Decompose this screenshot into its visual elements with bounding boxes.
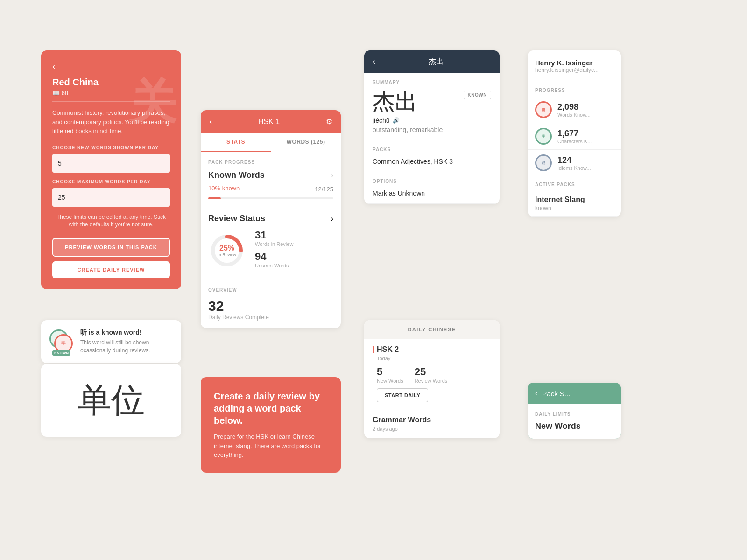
idioms-known-stat: 成 124 Idioms Know...: [528, 150, 621, 176]
detail-char: 杰出: [373, 91, 417, 113]
hsk-body: PACK PROGRESS Known Words › 10% known 12…: [201, 152, 341, 280]
overview-section: OVERVIEW 32 Daily Reviews Complete: [201, 280, 341, 328]
words-known-stat: 漢 2,098 Words Know...: [528, 97, 621, 123]
pack-description: Communist history, revolutionary phrases…: [52, 101, 170, 136]
chars-known-block: 1,677 Characters K...: [557, 129, 592, 144]
active-packs-label: ACTIVE PACKS: [528, 176, 621, 191]
daily-title: DAILY CHINESE: [371, 327, 493, 332]
daily-limits-label: DAILY LIMITS: [535, 412, 613, 417]
tab-stats[interactable]: STATS: [201, 133, 271, 152]
grammar-title: Grammar Words: [373, 416, 491, 424]
review-words-block: 25 Review Words: [415, 366, 448, 384]
pack-count: 📖 68: [52, 90, 170, 97]
review-pct: 25%: [218, 244, 236, 252]
words-in-review-stat: 31 Words in Review: [255, 229, 293, 247]
pack-progress-label: PACK PROGRESS: [208, 160, 333, 165]
start-daily-button[interactable]: START DAILY: [377, 388, 428, 402]
mark-unknown-option[interactable]: Mark as Unknown: [373, 189, 491, 197]
internet-slang-pack[interactable]: Internet Slang known: [528, 191, 621, 217]
detail-options-section: OPTIONS Mark as Unknown: [364, 172, 500, 204]
pack-title: Red China: [52, 77, 170, 88]
panel-known-word: 漢 字 KNOWN 听 is a known word! This word w…: [41, 320, 181, 363]
new-words-block: 5 New Words: [377, 366, 403, 384]
grammar-sub: 2 days ago: [373, 426, 491, 432]
user-info: Henry K. Issinger henry.k.issinger@daily…: [528, 50, 621, 82]
known-tag: KNOWN: [464, 91, 491, 99]
detail-header-char: 杰出: [381, 57, 491, 67]
create-body: Prepare for the HSK or learn Chinese int…: [214, 432, 328, 460]
idioms-known-lbl: Idioms Know...: [557, 165, 591, 171]
coin-gray-icon: 成: [535, 154, 552, 171]
review-words-num: 25: [415, 366, 448, 378]
coin-red: 字: [54, 334, 73, 353]
pack-name: Internet Slang: [535, 196, 613, 204]
grammar-item: Grammar Words 2 days ago: [364, 409, 500, 438]
known-words-arrow[interactable]: ›: [331, 171, 333, 180]
detail-back-button[interactable]: ‹: [373, 57, 375, 67]
known-pct: 10% known: [208, 185, 240, 192]
hsk2-item: HSK 2 Today 5 New Words 25 Review Words …: [364, 339, 500, 409]
review-stats: 31 Words in Review 94 Unseen Words: [255, 229, 293, 272]
user-name: Henry K. Issinger: [535, 59, 613, 67]
words-known-lbl: Words Know...: [557, 112, 591, 118]
hsk2-title: HSK 2: [377, 345, 399, 354]
overview-label: OVERVIEW: [208, 287, 333, 293]
coin-icon-group: 漢 字 KNOWN: [49, 329, 74, 354]
in-review-label: In Review: [218, 252, 236, 257]
options-label: OPTIONS: [373, 179, 491, 184]
review-section: 25% In Review 31 Words in Review 94 Unse…: [208, 229, 333, 272]
pinyin-text: jiéchū: [373, 117, 390, 124]
create-review-button[interactable]: CREATE DAILY REVIEW: [52, 261, 170, 278]
known-words-row: Known Words ›: [208, 170, 333, 180]
panel-hsk-stats: ‹ HSK 1 ⚙ STATS WORDS (125) PACK PROGRES…: [201, 110, 341, 328]
panel-red-china: 关 ‹ Red China 📖 68 Communist history, re…: [41, 50, 181, 289]
known-progress-bar-bg: [208, 197, 333, 199]
create-heading: Create a daily review by adding a word p…: [214, 390, 328, 427]
pack-s-title: Pack S...: [542, 390, 570, 398]
known-sub: This word will still be shown ocassional…: [80, 339, 173, 355]
daily-reviews-num: 32: [208, 298, 333, 314]
pack-status: known: [535, 205, 613, 211]
chars-known-stat: 字 1,677 Characters K...: [528, 123, 621, 150]
review-status-arrow[interactable]: ›: [331, 215, 333, 223]
summary-label: SUMMARY: [373, 80, 491, 85]
coin-red-icon: 漢: [535, 101, 552, 118]
known-count: 12/125: [315, 186, 333, 193]
coin-green-icon: 字: [535, 128, 552, 145]
max-words-input[interactable]: [52, 188, 170, 207]
review-status-title: Review Status: [208, 214, 265, 224]
hsk-title: HSK 1: [258, 118, 280, 126]
meaning-text: outstanding, remarkable: [373, 126, 491, 133]
known-badge: KNOWN: [52, 350, 70, 356]
panel-word-detail: ‹ 杰出 SUMMARY 杰出 KNOWN jiéchū 🔊 outstandi…: [364, 50, 500, 204]
hsk-header: ‹ HSK 1 ⚙: [201, 110, 341, 133]
back-button[interactable]: ‹: [52, 62, 170, 71]
user-email: henry.k.issinger@dailyc...: [535, 67, 613, 73]
preview-button[interactable]: PREVIEW WORDS IN THIS PACK: [52, 238, 170, 257]
new-words-input[interactable]: [52, 154, 170, 173]
detail-body: SUMMARY 杰出 KNOWN jiéchū 🔊 outstanding, r…: [364, 73, 500, 204]
tab-words[interactable]: WORDS (125): [271, 133, 341, 152]
progress-label: PROGRESS: [528, 82, 621, 97]
pack-s-back-button[interactable]: ‹: [535, 389, 537, 398]
detail-packs-section: PACKS Common Adjectives, HSK 3: [364, 140, 500, 172]
daily-header: DAILY CHINESE: [364, 320, 500, 339]
new-words-lbl: New Words: [377, 378, 403, 384]
speaker-icon[interactable]: 🔊: [393, 117, 400, 124]
idioms-known-block: 124 Idioms Know...: [557, 155, 591, 171]
known-text-block: 听 is a known word! This word will still …: [80, 329, 173, 355]
gear-icon[interactable]: ⚙: [326, 117, 332, 126]
panel-create-review: Create a daily review by adding a word p…: [201, 377, 341, 473]
hsk-back-button[interactable]: ‹: [209, 117, 212, 126]
book-icon: 📖: [52, 90, 60, 97]
daily-words-row: 5 New Words 25 Review Words: [377, 366, 491, 384]
review-status-row: Review Status ›: [208, 214, 333, 224]
review-words-lbl: Review Words: [415, 378, 448, 384]
chars-known-lbl: Characters K...: [557, 139, 592, 144]
pack-s-body: DAILY LIMITS New Words: [528, 404, 621, 439]
words-known-num: 2,098: [557, 102, 591, 112]
panel-daily-chinese: DAILY CHINESE HSK 2 Today 5 New Words 25…: [364, 320, 500, 438]
divider: [208, 207, 333, 207]
idioms-known-num: 124: [557, 155, 591, 165]
donut-label: 25% In Review: [218, 244, 236, 257]
